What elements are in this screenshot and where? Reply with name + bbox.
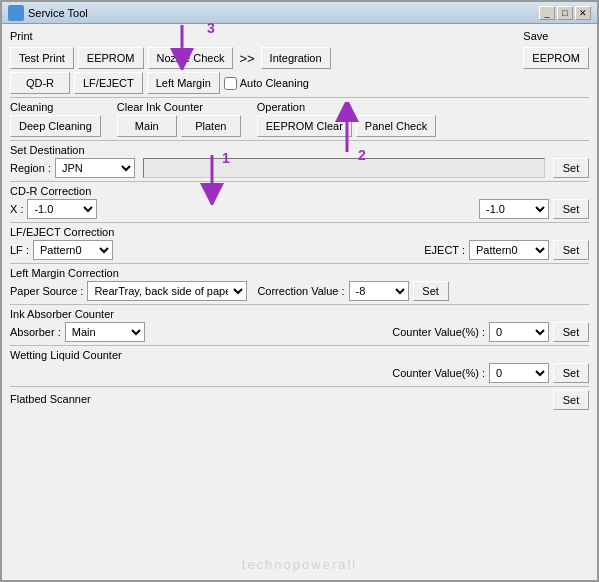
ink-absorber-label: Ink Absorber Counter — [10, 308, 589, 320]
cdr-x-select[interactable]: -1.00.01.0 — [27, 199, 97, 219]
left-margin-section: Left Margin Correction Paper Source : Re… — [10, 267, 589, 301]
arrow-more-icon: >> — [237, 51, 256, 66]
print-section: Print Test Print EEPROM Nozzle Check >> … — [10, 30, 331, 94]
auto-cleaning-checkbox-label[interactable]: Auto Cleaning — [224, 77, 309, 90]
flatbed-scanner-section: Flatbed Scanner Set — [10, 390, 589, 410]
minimize-button[interactable]: _ — [539, 6, 555, 20]
main-button[interactable]: Main — [117, 115, 177, 137]
absorber-counter-label: Counter Value(%) : — [392, 326, 485, 338]
operation-label: Operation — [257, 101, 436, 113]
integration-button[interactable]: Integration — [261, 47, 331, 69]
print-row2: QD-R LF/EJECT Left Margin Auto Cleaning — [10, 72, 331, 94]
region-select[interactable]: JPN USA EUR — [55, 158, 135, 178]
annotation-1: 1 — [222, 150, 230, 166]
absorber-counter-select[interactable]: 01020 — [489, 322, 549, 342]
lf-eject-label: LF/EJECT Correction — [10, 226, 589, 238]
lf-eject-row: LF : Pattern0Pattern1Pattern2 EJECT : Pa… — [10, 240, 589, 260]
flatbed-row: Flatbed Scanner Set — [10, 390, 589, 410]
annotation-2: 2 — [358, 147, 366, 163]
divider-4 — [10, 222, 589, 223]
cdr-section: CD-R Correction X : -1.00.01.0 -1.00.01.… — [10, 185, 589, 219]
wetting-liquid-label: Wetting Liquid Counter — [10, 349, 589, 361]
paper-source-select[interactable]: RearTray, back side of paper FrontTray — [87, 281, 247, 301]
paper-source-label: Paper Source : — [10, 285, 83, 297]
nozzle-check-button[interactable]: Nozzle Check — [148, 47, 234, 69]
lf-label: LF : — [10, 244, 29, 256]
ink-absorber-section: Ink Absorber Counter Absorber : MainSub … — [10, 308, 589, 342]
wetting-liquid-section: Wetting Liquid Counter Counter Value(%) … — [10, 349, 589, 383]
cdr-row: X : -1.00.01.0 -1.00.01.0 Set — [10, 199, 589, 219]
qdr-button[interactable]: QD-R — [10, 72, 70, 94]
divider-7 — [10, 345, 589, 346]
operation-buttons: EEPROM Clear Panel Check — [257, 115, 436, 137]
flatbed-label: Flatbed Scanner — [10, 393, 91, 405]
eeprom-save-button[interactable]: EEPROM — [523, 47, 589, 69]
correction-value-label: Correction Value : — [257, 285, 344, 297]
wetting-counter-label: Counter Value(%) : — [392, 367, 485, 379]
eject-label: EJECT : — [424, 244, 465, 256]
cleaning-buttons: Deep Cleaning — [10, 115, 101, 137]
print-label: Print — [10, 30, 331, 42]
flatbed-set-button[interactable]: Set — [553, 390, 589, 410]
divider-2 — [10, 140, 589, 141]
lf-eject-button[interactable]: LF/EJECT — [74, 72, 143, 94]
maximize-button[interactable]: □ — [557, 6, 573, 20]
divider-3 — [10, 181, 589, 182]
window-title: Service Tool — [28, 7, 539, 19]
clear-ink-label: Clear Ink Counter — [117, 101, 241, 113]
cdr-x2-select[interactable]: -1.00.01.0 — [479, 199, 549, 219]
lf-select[interactable]: Pattern0Pattern1Pattern2 — [33, 240, 113, 260]
set-destination-section: Set Destination Region : JPN USA EUR Set — [10, 144, 589, 178]
divider-8 — [10, 386, 589, 387]
left-margin-set-button[interactable]: Set — [413, 281, 449, 301]
annotation-3: 3 — [207, 20, 215, 36]
destination-display — [143, 158, 545, 178]
divider-1 — [10, 97, 589, 98]
test-print-button[interactable]: Test Print — [10, 47, 74, 69]
divider-5 — [10, 263, 589, 264]
wetting-counter-select[interactable]: 01020 — [489, 363, 549, 383]
cdr-set-button[interactable]: Set — [553, 199, 589, 219]
clear-ink-buttons: Main Platen — [117, 115, 241, 137]
ink-absorber-row: Absorber : MainSub Counter Value(%) : 01… — [10, 322, 589, 342]
destination-set-button[interactable]: Set — [553, 158, 589, 178]
watermark: technopowerali — [242, 557, 357, 572]
absorber-select[interactable]: MainSub — [65, 322, 145, 342]
correction-value-select[interactable]: -8-7-6 — [349, 281, 409, 301]
content-area: Print Test Print EEPROM Nozzle Check >> … — [2, 24, 597, 418]
print-row1: Test Print EEPROM Nozzle Check >> Integr… — [10, 47, 331, 69]
set-destination-label: Set Destination — [10, 144, 589, 156]
print-save-section: Print Test Print EEPROM Nozzle Check >> … — [10, 30, 589, 94]
wetting-liquid-row: Counter Value(%) : 01020 Set — [10, 363, 589, 383]
lf-eject-section: LF/EJECT Correction LF : Pattern0Pattern… — [10, 226, 589, 260]
panel-check-button[interactable]: Panel Check — [356, 115, 436, 137]
left-margin-button[interactable]: Left Margin — [147, 72, 220, 94]
cleaning-operation-row: Cleaning Deep Cleaning Clear Ink Counter… — [10, 101, 589, 137]
region-label: Region : — [10, 162, 51, 174]
ink-absorber-set-button[interactable]: Set — [553, 322, 589, 342]
platen-button[interactable]: Platen — [181, 115, 241, 137]
clear-ink-section: Clear Ink Counter Main Platen — [117, 101, 241, 137]
cleaning-section: Cleaning Deep Cleaning — [10, 101, 101, 137]
eeprom-clear-button[interactable]: EEPROM Clear — [257, 115, 352, 137]
cdr-label: CD-R Correction — [10, 185, 589, 197]
divider-6 — [10, 304, 589, 305]
auto-cleaning-label: Auto Cleaning — [240, 77, 309, 89]
eject-select[interactable]: Pattern0Pattern1Pattern2 — [469, 240, 549, 260]
wetting-set-button[interactable]: Set — [553, 363, 589, 383]
close-button[interactable]: ✕ — [575, 6, 591, 20]
title-bar: Service Tool _ □ ✕ — [2, 2, 597, 24]
operation-section: Operation EEPROM Clear Panel Check — [257, 101, 436, 137]
absorber-label: Absorber : — [10, 326, 61, 338]
eeprom-print-button[interactable]: EEPROM — [78, 47, 144, 69]
deep-cleaning-button[interactable]: Deep Cleaning — [10, 115, 101, 137]
window-icon — [8, 5, 24, 21]
left-margin-label: Left Margin Correction — [10, 267, 589, 279]
cleaning-label: Cleaning — [10, 101, 101, 113]
save-row1: EEPROM — [523, 47, 589, 69]
lf-eject-set-button[interactable]: Set — [553, 240, 589, 260]
save-section: Save EEPROM — [523, 30, 589, 69]
auto-cleaning-checkbox[interactable] — [224, 77, 237, 90]
save-label: Save — [523, 30, 589, 42]
cdr-x-label: X : — [10, 203, 23, 215]
